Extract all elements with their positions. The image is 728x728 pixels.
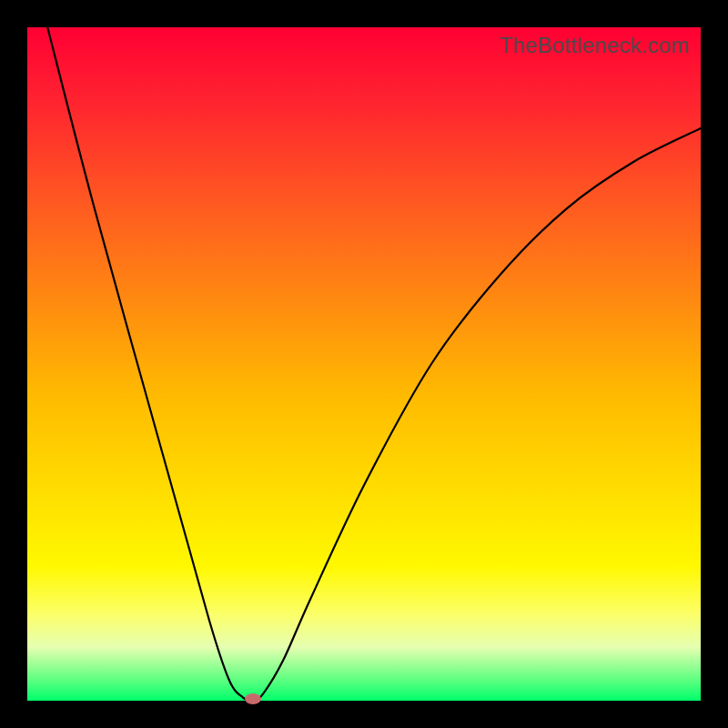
chart-container: TheBottleneck.com xyxy=(0,0,728,728)
minimum-marker xyxy=(245,693,261,704)
plot-area: TheBottleneck.com xyxy=(27,27,701,701)
chart-curve xyxy=(27,27,701,701)
